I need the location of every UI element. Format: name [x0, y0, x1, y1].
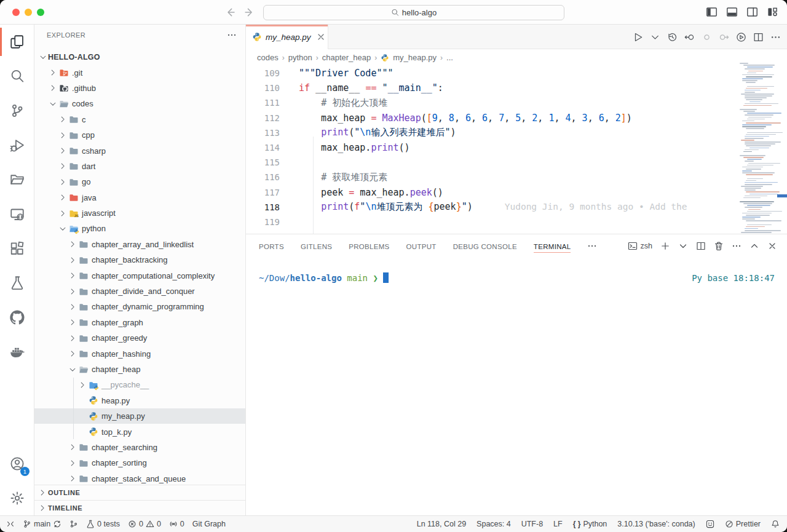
status-item[interactable]: Ln 118, Col 29 [417, 520, 466, 528]
activity-run-debug[interactable] [0, 128, 34, 162]
layout-left-icon[interactable] [706, 6, 718, 18]
tree-item-top-k-py[interactable]: top_k.py [34, 424, 245, 439]
back-arrow-icon[interactable] [225, 6, 237, 18]
tree-item-chapter-hashing[interactable]: chapter_hashing [34, 346, 245, 361]
tree-item-chapter-sorting[interactable]: chapter_sorting [34, 455, 245, 470]
code-line-113[interactable]: 113 print("\n输入列表并建堆后") [246, 125, 735, 140]
breadcrumb-item-codes[interactable]: codes [257, 53, 279, 62]
status-item[interactable] [6, 520, 15, 528]
breadcrumb-item-python[interactable]: python [288, 53, 312, 62]
circle-dim-icon[interactable] [702, 32, 712, 42]
status-item[interactable] [771, 520, 780, 528]
activity-folders[interactable] [0, 162, 34, 197]
close-window-button[interactable] [12, 9, 20, 16]
status-item[interactable]: Prettier [725, 520, 761, 528]
status-item[interactable]: 3.10.13 ('base': conda) [617, 520, 695, 528]
tree-item-chapter-greedy[interactable]: chapter_greedy [34, 330, 245, 346]
minimap[interactable] [735, 60, 787, 236]
run-icon[interactable] [633, 32, 643, 42]
chevron-up-sm-icon[interactable] [749, 241, 759, 251]
activity-source-control[interactable] [0, 93, 34, 128]
panel-tab-ports[interactable]: PORTS [259, 237, 284, 255]
tree-item-chapter-array-and-linkedlist[interactable]: chapter_array_and_linkedlist [34, 237, 245, 252]
tab-my-heap-py[interactable]: my_heap.py [246, 25, 328, 49]
tree-item-heap-py[interactable]: heap.py [34, 393, 245, 408]
status-item[interactable]: LF [553, 520, 563, 528]
tree-item-csharp[interactable]: csharp [34, 143, 245, 158]
minimize-window-button[interactable] [25, 9, 32, 16]
chevron-down-sm-icon[interactable] [650, 32, 660, 42]
activity-docker[interactable] [0, 335, 34, 369]
tree-item-chapter-backtracking[interactable]: chapter_backtracking [34, 252, 245, 268]
activity-remote-explorer[interactable] [0, 197, 34, 231]
tree-item-chapter-dynamic-programming[interactable]: chapter_dynamic_programming [34, 299, 245, 314]
status-item[interactable]: Git Graph [192, 520, 226, 528]
code-line-119[interactable]: 119 [246, 215, 735, 229]
code-line-109[interactable]: 109"""Driver Code""" [246, 66, 735, 81]
activity-search[interactable] [0, 59, 34, 93]
tree-item-chapter-computational-complexity[interactable]: chapter_computational_complexity [34, 268, 245, 283]
play-circle-icon[interactable] [736, 32, 746, 42]
activity-explorer[interactable] [0, 25, 34, 59]
layout-right-icon[interactable] [746, 6, 758, 18]
panel-tab-gitlens[interactable]: GITLENS [301, 237, 332, 255]
layout-customize-icon[interactable] [767, 6, 778, 18]
tree-item-chapter-searching[interactable]: chapter_searching [34, 440, 245, 455]
chevron-down-sm-icon[interactable] [678, 241, 688, 251]
code-line-111[interactable]: 111 # 初始化大顶堆 [246, 95, 735, 110]
breadcrumb-item-my-heap-py[interactable]: my_heap.py [393, 53, 437, 62]
split-icon[interactable] [696, 241, 706, 251]
tree-item-cpp[interactable]: cpp [34, 127, 245, 143]
sidebar-section-timeline[interactable]: TIMELINE [34, 500, 245, 515]
status-item[interactable]: 00 [128, 520, 161, 528]
close-icon[interactable] [316, 32, 326, 42]
tree-item-chapter-heap[interactable]: chapter_heap [34, 362, 245, 377]
tree-item-go[interactable]: go [34, 174, 245, 189]
panel-tab-terminal[interactable]: TERMINAL [534, 237, 571, 255]
status-item[interactable] [706, 520, 714, 528]
split-icon[interactable] [753, 32, 764, 42]
terminal-profile-zsh[interactable]: zsh [628, 241, 652, 251]
tree-item-chapter-divide-and-conquer[interactable]: chapter_divide_and_conquer [34, 284, 245, 299]
code-line-116[interactable]: 116 # 获取堆顶元素 [246, 170, 735, 185]
tree-item-git[interactable]: .git [34, 65, 245, 80]
code-line-114[interactable]: 114 max_heap.print() [246, 140, 735, 155]
code-line-112[interactable]: 112 max_heap = MaxHeap([9, 8, 6, 6, 7, 5… [246, 111, 735, 125]
circle-arrow-dim-icon[interactable] [719, 32, 729, 42]
plus-icon[interactable] [660, 241, 670, 251]
breadcrumb[interactable]: codes›python›chapter_heap›my_heap.py›... [246, 49, 787, 66]
code-line-115[interactable]: 115 [246, 155, 735, 170]
command-center-search[interactable]: hello-algo [263, 5, 564, 20]
tree-item-python[interactable]: python [34, 221, 245, 236]
tree-item-chapter-graph[interactable]: chapter_graph [34, 315, 245, 330]
activity-accounts[interactable]: 1 [0, 447, 34, 481]
tree-item-dart[interactable]: dart [34, 159, 245, 174]
status-item[interactable]: main [23, 520, 61, 528]
sidebar-section-outline[interactable]: OUTLINE [34, 485, 245, 500]
layout-bottom-icon[interactable] [726, 6, 738, 18]
zoom-window-button[interactable] [37, 9, 44, 16]
tree-item-javascript[interactable]: JSjavascript [34, 205, 245, 221]
activity-testing[interactable] [0, 266, 34, 300]
history-icon[interactable] [667, 32, 678, 42]
forward-arrow-icon[interactable] [243, 6, 256, 18]
activity-extensions[interactable] [0, 231, 34, 266]
trash-icon[interactable] [714, 241, 724, 251]
code-area[interactable]: 109"""Driver Code"""110if __name__ == "_… [246, 66, 735, 234]
status-item[interactable] [69, 520, 78, 528]
breadcrumb-item-chapter-heap[interactable]: chapter_heap [322, 53, 371, 62]
status-item[interactable]: 0 [169, 520, 184, 528]
tree-item-my-heap-py[interactable]: my_heap.py [34, 408, 245, 424]
tree-item-github[interactable]: .github [34, 81, 245, 96]
ellipsis-icon[interactable] [227, 30, 237, 40]
status-item[interactable]: UTF-8 [521, 520, 543, 528]
code-line-117[interactable]: 117 peek = max_heap.peek() [246, 185, 735, 200]
tree-item-pycache[interactable]: __pycache__ [34, 377, 245, 392]
tree-item-hello-algo[interactable]: HELLO-ALGO [34, 49, 245, 65]
ellipsis-icon[interactable] [770, 32, 781, 42]
tree-item-codes[interactable]: codes [34, 96, 245, 111]
terminal-content[interactable]: ~/Dow/hello-algo main ❯ Py base 18:18:47 [259, 272, 775, 283]
panel-tab-debug-console[interactable]: DEBUG CONSOLE [453, 237, 517, 255]
code-line-118[interactable]: 118 print(f"\n堆顶元素为 {peek}")Yudong Jin, … [246, 200, 735, 215]
status-item[interactable]: Spaces: 4 [477, 520, 511, 528]
